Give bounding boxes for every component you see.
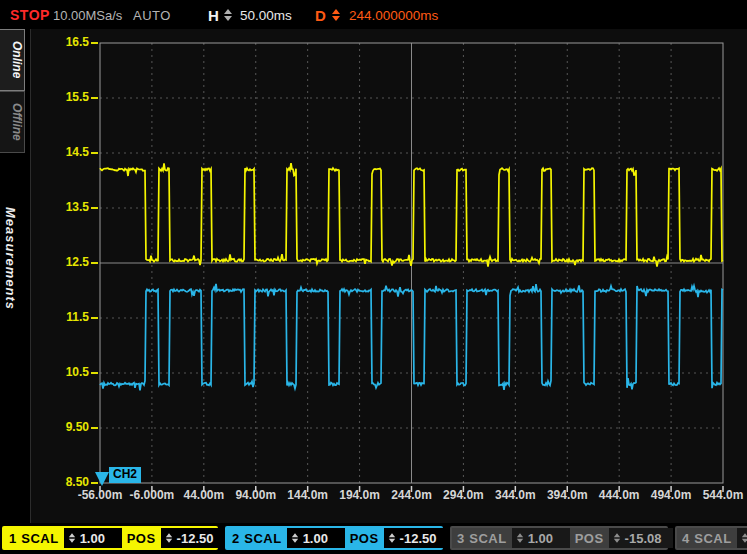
horizontal-timebase-value[interactable]: 50.00ms xyxy=(240,7,292,22)
delay-label: D xyxy=(315,6,326,23)
channel1-position-stepper[interactable]: -12.50 xyxy=(161,528,225,548)
sample-rate: 10.00MSa/s xyxy=(53,7,122,22)
up-down-arrows-icon[interactable] xyxy=(516,533,522,543)
up-down-arrows-icon[interactable] xyxy=(68,533,74,543)
channel4-controls[interactable]: 4 SCAL xyxy=(675,526,747,550)
channel1-scale-stepper[interactable]: 1.00 xyxy=(64,528,122,548)
channel2-position-value: -12.50 xyxy=(400,531,437,546)
channel1-scale-value: 1.00 xyxy=(80,531,105,546)
channel4-scale-stepper[interactable] xyxy=(737,528,747,548)
channel3-scale-value: 1.00 xyxy=(528,531,553,546)
channel4-scale-label: SCAL xyxy=(694,531,731,546)
waveform-display: -56.00m-6.000m44.00m94.00m144.0m194.0m24… xyxy=(30,29,747,523)
channel3-number: 3 xyxy=(457,531,464,546)
measurements-panel-label[interactable]: Measurements xyxy=(3,207,18,310)
waveform-plot xyxy=(31,29,747,523)
up-down-arrows-icon[interactable] xyxy=(165,533,171,543)
channel3-scale-label: SCAL xyxy=(469,531,506,546)
channel2-scale-value: 1.00 xyxy=(303,531,328,546)
acquisition-status: STOP xyxy=(10,7,50,23)
channel1-number: 1 xyxy=(9,531,16,546)
ch2-position-marker-icon[interactable] xyxy=(95,472,109,486)
channel2-pos-label: POS xyxy=(350,531,379,546)
channel2-position-stepper[interactable]: -12.50 xyxy=(384,528,448,548)
top-status-bar: STOP 10.00MSa/s AUTO H 50.00ms D 244.000… xyxy=(0,0,747,30)
channel3-position-stepper[interactable]: -15.08 xyxy=(609,528,673,548)
channel1-pos-label: POS xyxy=(127,531,156,546)
channel3-controls[interactable]: 3 SCAL 1.00 POS -15.08 xyxy=(450,526,668,550)
left-sidebar: Online Offline Measurements xyxy=(0,29,30,523)
channel1-position-value: -12.50 xyxy=(177,531,214,546)
channel2-number: 2 xyxy=(232,531,239,546)
trigger-mode: AUTO xyxy=(133,7,171,22)
up-down-arrows-icon[interactable] xyxy=(388,533,394,543)
up-down-arrows-icon[interactable] xyxy=(224,9,232,21)
horizontal-label: H xyxy=(208,6,219,23)
channel3-position-value: -15.08 xyxy=(625,531,662,546)
tab-offline[interactable]: Offline xyxy=(0,91,25,153)
ch2-channel-badge[interactable]: CH2 xyxy=(109,467,141,483)
channel-settings-bar: 1 SCAL 1.00 POS -12.50 2 SCAL 1.00 POS -… xyxy=(0,523,747,554)
up-down-arrows-icon[interactable] xyxy=(332,9,340,21)
channel3-pos-label: POS xyxy=(575,531,604,546)
channel2-scale-label: SCAL xyxy=(244,531,281,546)
channel2-scale-stepper[interactable]: 1.00 xyxy=(287,528,345,548)
delay-value[interactable]: 244.000000ms xyxy=(349,7,438,22)
channel1-scale-label: SCAL xyxy=(21,531,58,546)
up-down-arrows-icon[interactable] xyxy=(613,533,619,543)
up-down-arrows-icon[interactable] xyxy=(291,533,297,543)
up-down-arrows-icon[interactable] xyxy=(741,533,747,543)
channel3-scale-stepper[interactable]: 1.00 xyxy=(512,528,570,548)
channel2-controls[interactable]: 2 SCAL 1.00 POS -12.50 xyxy=(225,526,443,550)
tab-online[interactable]: Online xyxy=(0,29,25,91)
channel1-controls[interactable]: 1 SCAL 1.00 POS -12.50 xyxy=(2,526,218,550)
channel4-number: 4 xyxy=(682,531,689,546)
